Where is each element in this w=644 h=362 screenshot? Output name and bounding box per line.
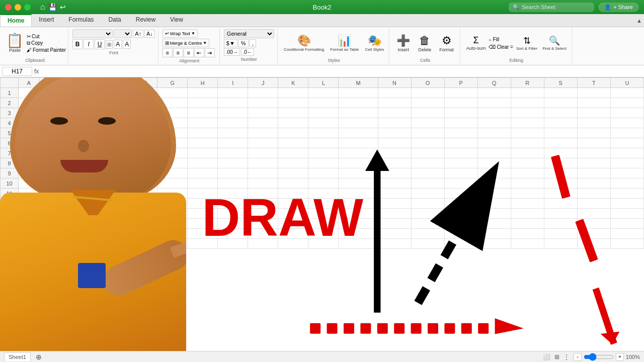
grid-cell[interactable] xyxy=(188,98,218,108)
border-button[interactable]: ⊞ xyxy=(106,40,113,49)
tab-insert[interactable]: Insert xyxy=(32,14,61,27)
col-header-k[interactable]: K xyxy=(278,78,308,88)
grid-cell[interactable] xyxy=(248,168,278,178)
grid-cell[interactable] xyxy=(477,199,511,209)
grid-cell[interactable] xyxy=(544,199,577,209)
grid-cell[interactable] xyxy=(378,128,411,138)
col-header-r[interactable]: R xyxy=(511,78,544,88)
grid-cell[interactable] xyxy=(444,128,477,138)
paste-button[interactable]: 📋 Paste xyxy=(4,32,26,55)
undo-icon[interactable]: ↩ xyxy=(60,3,66,11)
grid-cell[interactable] xyxy=(278,148,308,158)
grid-cell[interactable] xyxy=(248,189,278,199)
comma-button[interactable]: , xyxy=(250,39,256,47)
grid-cell[interactable] xyxy=(339,189,378,199)
grid-cell[interactable] xyxy=(339,158,378,168)
grid-cell[interactable] xyxy=(218,138,248,148)
grid-cell[interactable] xyxy=(308,138,339,148)
grid-cell[interactable] xyxy=(378,138,411,148)
grid-cell[interactable] xyxy=(278,98,308,108)
number-format-select[interactable]: General Number Currency Percentage xyxy=(224,29,274,38)
grid-cell[interactable] xyxy=(278,178,308,189)
grid-cell[interactable] xyxy=(218,158,248,168)
search-bar[interactable]: 🔍 Search Sheet xyxy=(509,3,594,12)
grid-cell[interactable] xyxy=(544,209,577,219)
grid-cell[interactable] xyxy=(278,189,308,199)
col-header-m[interactable]: M xyxy=(339,78,378,88)
grid-cell[interactable] xyxy=(218,168,248,178)
grid-cell[interactable] xyxy=(511,118,544,128)
grid-cell[interactable] xyxy=(339,88,378,98)
font-size-select[interactable] xyxy=(114,29,132,38)
grid-cell[interactable] xyxy=(378,199,411,209)
grid-cell[interactable] xyxy=(544,168,577,178)
grid-cell[interactable] xyxy=(188,118,218,128)
grid-cell[interactable] xyxy=(308,128,339,138)
maximize-button[interactable] xyxy=(24,4,31,11)
grid-cell[interactable] xyxy=(411,189,444,199)
grid-cell[interactable] xyxy=(577,189,610,199)
grid-cell[interactable] xyxy=(444,209,477,219)
col-header-s[interactable]: S xyxy=(544,78,577,88)
grid-cell[interactable] xyxy=(477,178,511,189)
grid-cell[interactable] xyxy=(610,88,643,98)
grid-cell[interactable] xyxy=(218,118,248,128)
grid-cell[interactable] xyxy=(511,158,544,168)
tab-formulas[interactable]: Formulas xyxy=(61,14,101,27)
grid-cell[interactable] xyxy=(278,138,308,148)
grid-cell[interactable] xyxy=(378,108,411,118)
grid-cell[interactable] xyxy=(477,148,511,158)
grid-cell[interactable] xyxy=(477,88,511,98)
grid-cell[interactable] xyxy=(477,158,511,168)
grid-cell[interactable] xyxy=(411,219,444,229)
tab-data[interactable]: Data xyxy=(101,14,128,27)
grid-cell[interactable] xyxy=(610,128,643,138)
col-header-q[interactable]: Q xyxy=(477,78,511,88)
grid-cell[interactable] xyxy=(511,239,544,249)
italic-button[interactable]: I xyxy=(84,39,94,49)
grid-cell[interactable] xyxy=(577,98,610,108)
cell-reference-box[interactable] xyxy=(2,67,32,76)
zoom-out-button[interactable]: - xyxy=(574,353,582,361)
grid-cell[interactable] xyxy=(511,199,544,209)
grid-cell[interactable] xyxy=(218,128,248,138)
grid-cell[interactable] xyxy=(444,178,477,189)
grid-cell[interactable] xyxy=(248,88,278,98)
grid-cell[interactable] xyxy=(339,148,378,158)
grid-cell[interactable] xyxy=(577,88,610,98)
grid-cell[interactable] xyxy=(218,88,248,98)
grid-cell[interactable] xyxy=(308,168,339,178)
fill-button[interactable]: ⬦ Fill xyxy=(489,37,513,42)
grid-cell[interactable] xyxy=(308,199,339,209)
insert-button[interactable]: ➕ Insert xyxy=(393,33,413,53)
grid-cell[interactable] xyxy=(248,128,278,138)
col-header-o[interactable]: O xyxy=(411,78,444,88)
col-header-i[interactable]: I xyxy=(218,78,248,88)
grid-cell[interactable] xyxy=(411,128,444,138)
align-right-button[interactable]: ≡ xyxy=(184,48,194,57)
grid-cell[interactable] xyxy=(610,118,643,128)
view-layout-icon[interactable]: ⊞ xyxy=(554,353,559,360)
share-button[interactable]: 👤 + Share xyxy=(598,3,639,12)
grid-cell[interactable] xyxy=(248,108,278,118)
grid-cell[interactable] xyxy=(444,98,477,108)
grid-cell[interactable] xyxy=(444,168,477,178)
grid-cell[interactable] xyxy=(544,118,577,128)
grid-cell[interactable] xyxy=(339,138,378,148)
cut-button[interactable]: ✂ Cut xyxy=(27,34,66,39)
grid-cell[interactable] xyxy=(411,108,444,118)
grid-cell[interactable] xyxy=(544,189,577,199)
zoom-in-button[interactable]: + xyxy=(616,353,624,361)
clear-button[interactable]: ⌫ Clear = xyxy=(489,44,513,50)
grid-cell[interactable] xyxy=(610,168,643,178)
grid-cell[interactable] xyxy=(278,239,308,249)
grid-cell[interactable] xyxy=(218,239,248,249)
grid-cell[interactable] xyxy=(444,138,477,148)
grid-cell[interactable] xyxy=(308,88,339,98)
grid-cell[interactable] xyxy=(378,118,411,128)
font-family-select[interactable] xyxy=(72,29,113,38)
grid-cell[interactable] xyxy=(308,229,339,239)
grid-cell[interactable] xyxy=(610,189,643,199)
grid-cell[interactable] xyxy=(610,219,643,229)
grid-cell[interactable] xyxy=(544,158,577,168)
